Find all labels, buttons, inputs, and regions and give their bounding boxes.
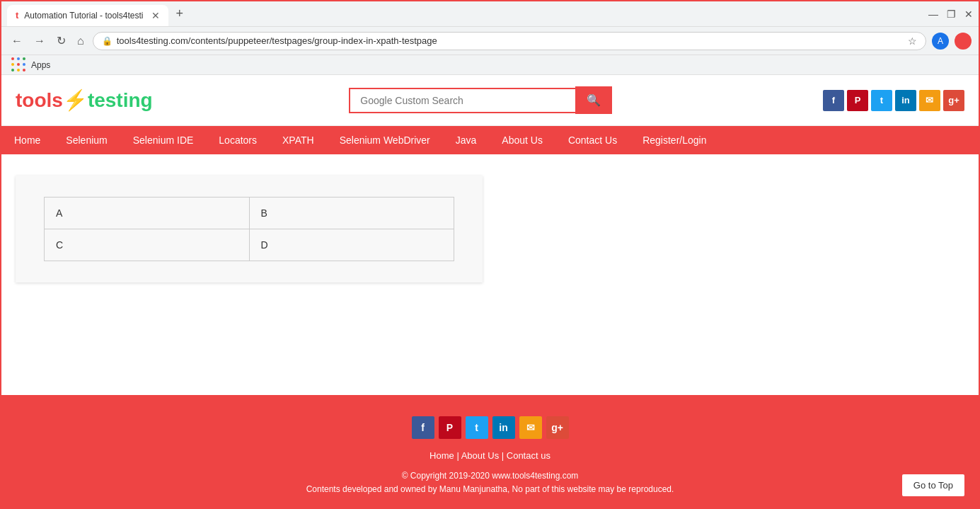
pinterest-footer-icon[interactable]: P (439, 416, 461, 439)
browser-frame: t Automation Tutorial - tools4testi ✕ + … (0, 0, 980, 509)
linkedin-header-icon[interactable]: in (895, 90, 916, 111)
tab-favicon: t (16, 10, 18, 21)
logo-tools: tools (16, 89, 63, 112)
nav-item-selenium-webdriver[interactable]: Selenium WebDriver (327, 126, 443, 154)
nav-item-java[interactable]: Java (443, 126, 490, 154)
search-input[interactable] (349, 88, 575, 113)
nav-item-selenium[interactable]: Selenium (53, 126, 120, 154)
apps-dot (17, 63, 20, 66)
gplus-header-icon[interactable]: g+ (943, 90, 964, 111)
nav-item-contact-us[interactable]: Contact Us (555, 126, 630, 154)
footer-copyright: © Copyright 2019-2020 www.tools4testing.… (16, 469, 964, 496)
site-nav: Home Selenium Selenium IDE Locators XPAT… (1, 126, 979, 154)
apps-dot (17, 57, 20, 60)
data-table: A B C D (44, 197, 454, 261)
twitter-header-icon[interactable]: t (871, 90, 892, 111)
footer-contact-link[interactable]: Contact us (507, 450, 550, 461)
nav-item-register-login[interactable]: Register/Login (630, 126, 719, 154)
tab-title: Automation Tutorial - tools4testi (24, 11, 143, 21)
reload-button[interactable]: ↻ (54, 31, 69, 50)
logo-testing: testing (88, 89, 153, 112)
footer-home-link[interactable]: Home (430, 450, 454, 461)
apps-grid-icon[interactable] (11, 57, 27, 73)
table-cell-a: A (45, 198, 250, 229)
twitter-footer-icon[interactable]: t (466, 416, 488, 439)
apps-label: Apps (31, 60, 50, 70)
footer-social-icons: f P t in ✉ g+ (16, 416, 964, 439)
footer-separator-2: | (502, 450, 507, 461)
linkedin-footer-icon[interactable]: in (492, 416, 515, 439)
nav-item-home[interactable]: Home (1, 126, 53, 154)
browser-addressbar: ← → ↻ ⌂ 🔒 tools4testing.com/contents/pup… (1, 27, 979, 55)
apps-bar: Apps (1, 55, 979, 75)
browser-titlebar: t Automation Tutorial - tools4testi ✕ + … (1, 1, 979, 27)
website-content: tools ⚡ testing 🔍 f P t in ✉ g+ Home Sel… (1, 75, 979, 509)
apps-dot (23, 57, 25, 60)
apps-dot (11, 69, 14, 72)
table-row: C D (45, 229, 454, 261)
apps-dot (23, 69, 25, 72)
facebook-header-icon[interactable]: f (823, 90, 844, 111)
restore-button[interactable]: ❐ (947, 8, 956, 20)
nav-item-xpath[interactable]: XPATH (270, 126, 327, 154)
new-tab-button[interactable]: + (171, 5, 188, 23)
tab-close-button[interactable]: ✕ (151, 10, 160, 21)
search-area: 🔍 (349, 86, 612, 114)
address-bar[interactable]: 🔒 tools4testing.com/contents/puppeteer/t… (93, 32, 926, 50)
table-container: A B C D (16, 176, 483, 282)
profile-icon[interactable]: A (932, 33, 949, 50)
site-header: tools ⚡ testing 🔍 f P t in ✉ g+ (1, 75, 979, 126)
close-button[interactable]: ✕ (964, 8, 973, 20)
nav-item-selenium-ide[interactable]: Selenium IDE (120, 126, 207, 154)
email-footer-icon[interactable]: ✉ (519, 416, 542, 439)
apps-dot (11, 63, 14, 66)
url-display: tools4testing.com/contents/puppeteer/tes… (117, 35, 904, 46)
ownership-text: Contents developed and owned by Manu Man… (16, 483, 964, 496)
go-to-top-button[interactable]: Go to Top (902, 474, 964, 496)
table-cell-b: B (249, 198, 454, 229)
table-row: A B (45, 198, 454, 229)
apps-dot (17, 69, 20, 72)
search-button[interactable]: 🔍 (575, 86, 612, 114)
site-logo[interactable]: tools ⚡ testing (16, 88, 153, 112)
main-content: A B C D (1, 154, 979, 395)
forward-button[interactable]: → (31, 32, 48, 50)
apps-dot (11, 57, 14, 60)
bookmark-star-icon[interactable]: ☆ (908, 35, 917, 47)
window-controls: — ❐ ✕ (928, 8, 973, 20)
pinterest-header-icon[interactable]: P (847, 90, 868, 111)
site-footer: f P t in ✉ g+ Home | About Us | Contact … (1, 395, 979, 509)
nav-item-about-us[interactable]: About Us (489, 126, 555, 154)
chrome-update-icon (955, 33, 972, 50)
home-button[interactable]: ⌂ (74, 32, 87, 50)
table-cell-c: C (45, 229, 250, 261)
email-header-icon[interactable]: ✉ (919, 90, 940, 111)
logo-lightning-icon: ⚡ (63, 88, 88, 112)
nav-item-locators[interactable]: Locators (206, 126, 270, 154)
table-cell-d: D (249, 229, 454, 261)
gplus-footer-icon[interactable]: g+ (546, 416, 569, 439)
apps-dot (23, 63, 25, 66)
facebook-footer-icon[interactable]: f (412, 416, 434, 439)
minimize-button[interactable]: — (928, 8, 938, 20)
lock-icon: 🔒 (102, 36, 113, 46)
copyright-text: © Copyright 2019-2020 www.tools4testing.… (16, 469, 964, 483)
footer-about-link[interactable]: About Us (461, 450, 499, 461)
browser-tab[interactable]: t Automation Tutorial - tools4testi ✕ (7, 5, 168, 26)
social-icons-header: f P t in ✉ g+ (823, 90, 964, 111)
back-button[interactable]: ← (8, 32, 25, 50)
footer-links: Home | About Us | Contact us (16, 450, 964, 461)
